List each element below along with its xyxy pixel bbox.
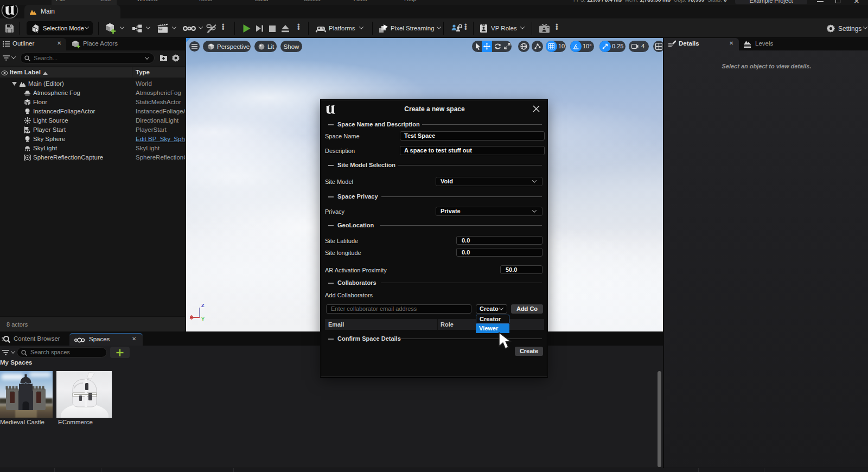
svg-text:Z: Z xyxy=(201,303,205,308)
svg-text:Y: Y xyxy=(201,316,205,322)
